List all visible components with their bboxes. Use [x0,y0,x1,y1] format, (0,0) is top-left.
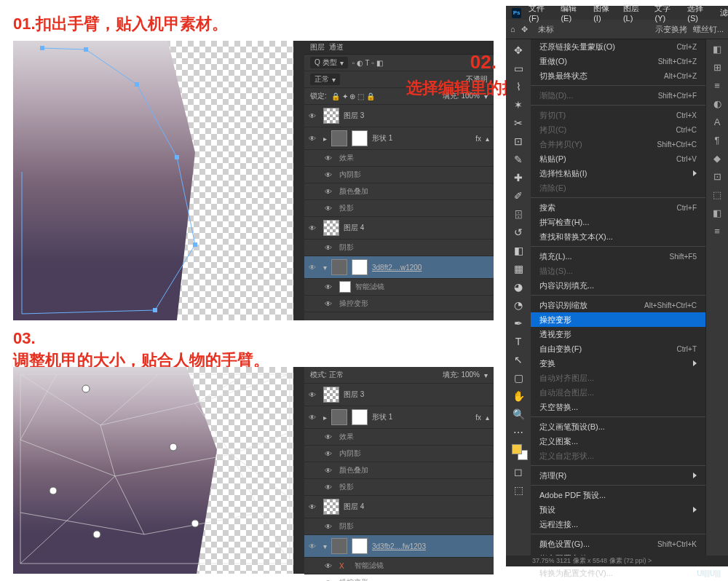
menu-item[interactable]: 内容识别缩放Alt+Shift+Ctrl+C [531,298,705,312]
menu-item[interactable]: 颜色设置(G)...Shift+Ctrl+K [531,537,705,551]
menu-item: 描边(S)... [531,264,705,278]
menu-item[interactable]: 选择性粘贴(I) [531,166,705,181]
layer-selected-b[interactable]: 👁▾3d3fb2....fw1203 [304,535,494,558]
home-icon[interactable]: ⌂ [510,25,515,33]
ps-logo-icon: Ps [512,8,521,18]
menu-item[interactable]: 天空替换... [531,400,705,414]
menu-item[interactable]: 清理(R) [531,468,705,483]
smart-filters-row[interactable]: 👁智能滤镜 [304,279,494,296]
history-brush-icon[interactable]: ↺ [510,224,526,240]
crop-tool-icon[interactable]: ✂ [510,115,526,131]
edit-dropdown-menu: 还原链接矢量蒙版(O)Ctrl+Z重做(O)Shift+Ctrl+Z切换最终状态… [531,39,705,564]
ps-topbar: ⌂ ✥ 未标 示变换拷 螺丝钉... [506,20,728,39]
menu-item[interactable]: 远程连接... [531,517,705,531]
layer-shape1b[interactable]: 👁▸形状 1fx ▴ [304,406,494,429]
panel-icon[interactable]: ≡ [714,226,720,237]
menu-item[interactable]: 预设 [531,502,705,517]
panel-icon[interactable]: ◐ [713,98,721,109]
panel-icon[interactable]: ¶ [715,135,720,146]
menu-item: 清除(E) [531,181,705,195]
layer-4b[interactable]: 👁图层 4 [304,496,494,518]
more-tools-icon[interactable]: ⋯ [510,424,526,440]
menu-item[interactable]: 搜索Ctrl+F [531,200,705,215]
doc-tab-1[interactable]: 未标 [538,24,554,35]
menu-layer[interactable]: 图层(L) [623,3,648,23]
menu-item[interactable]: 定义图案... [531,434,705,448]
eraser-tool-icon[interactable]: ◧ [510,242,526,258]
menu-item[interactable]: 查找和替换文本(X)... [531,229,705,244]
menu-item: 剪切(T)Ctrl+X [531,108,705,122]
move-tool-icon[interactable]: ✥ [521,25,528,34]
svg-point-8 [93,531,100,538]
menu-item[interactable]: 粘贴(P)Ctrl+V [531,151,705,166]
layer-3[interactable]: 👁图层 3 [304,105,494,127]
layer-3b[interactable]: 👁图层 3 [304,384,494,406]
menu-file[interactable]: 文件(F) [529,3,553,23]
doc-tab-2[interactable]: 示变换拷 [655,24,687,35]
menu-item[interactable]: 重做(O)Shift+Ctrl+Z [531,54,705,68]
menu-item[interactable]: 内容识别填充... [531,278,705,293]
canvas-area-03 [13,367,293,574]
panel-icon[interactable]: ◧ [713,208,721,218]
ruler-vertical [293,41,305,320]
wand-tool-icon[interactable]: ✶ [510,97,526,113]
menu-edit[interactable]: 编辑(E) [561,3,586,23]
menu-item[interactable]: 拼写检查(H)... [531,215,705,229]
menu-item[interactable]: 定义画笔预设(B)... [531,419,705,434]
move-tool-icon[interactable]: ✥ [510,42,526,58]
path-tool-icon[interactable]: ↖ [510,352,526,368]
zoom-tool-icon[interactable]: 🔍 [510,406,526,422]
ps-menubar[interactable]: Ps 文件(F) 编辑(E) 图像(I) 图层(L) 文字(Y) 选择(S) 滤 [506,6,728,20]
panel-icon[interactable]: ⊡ [713,171,721,182]
menu-item: 合并拷贝(Y)Shift+Ctrl+C [531,137,705,151]
menu-item: 定义自定形状... [531,448,705,463]
marquee-tool-icon[interactable]: ▭ [510,60,526,76]
frame-tool-icon[interactable]: ⊡ [510,133,526,149]
menu-item[interactable]: 变换 [531,356,705,371]
menu-item[interactable]: Adobe PDF 预设... [531,488,705,502]
menu-select[interactable]: 选择(S) [687,3,713,23]
hand-tool-icon[interactable]: ✋ [510,388,526,404]
menu-item[interactable]: 还原链接矢量蒙版(O)Ctrl+Z [531,39,705,54]
text-tool-icon[interactable]: T [510,333,526,349]
menu-item[interactable]: 切换最终状态Alt+Ctrl+Z [531,68,705,83]
menu-image[interactable]: 图像(I) [593,3,616,23]
gradient-tool-icon[interactable]: ▦ [510,261,526,277]
menu-ext[interactable]: 滤 [720,7,728,18]
menu-item[interactable]: 操控变形 [531,312,705,327]
panel-icon[interactable]: ⬚ [713,189,721,200]
menu-item[interactable]: 自由变换(F)Ctrl+T [531,341,705,356]
menu-type[interactable]: 文字(Y) [654,3,680,23]
panel-icon[interactable]: ⊞ [713,62,721,73]
menu-item[interactable]: 透视变形 [531,327,705,341]
pen-tool-icon[interactable]: ✒ [510,315,526,331]
stamp-tool-icon[interactable]: ⌹ [510,206,526,222]
layer-selected[interactable]: 👁▾3d8ft2....w1200 [304,256,494,279]
menu-item: 自动对齐图层... [531,371,705,385]
panel-icon[interactable]: ◆ [713,153,721,164]
menu-item[interactable]: 转换为配置文件(V)... [531,566,705,580]
lasso-tool-icon[interactable]: ⌇ [510,79,526,95]
heal-tool-icon[interactable]: ✚ [510,170,526,186]
svg-rect-3 [175,155,179,159]
color-swatches[interactable] [510,443,526,462]
options-bar-03[interactable]: 模式: 正常填充: 100% ▾ [304,367,494,384]
panel-icon[interactable]: ≡ [714,80,720,91]
panel-icon[interactable]: A [714,116,721,127]
dodge-tool-icon[interactable]: ◔ [510,297,526,313]
brush-tool-icon[interactable]: ✐ [510,188,526,204]
eyedropper-tool-icon[interactable]: ✎ [510,151,526,167]
quickmask-icon[interactable]: ◻ [510,464,526,480]
puppet-warp-filter[interactable]: 👁操控变形 [304,296,494,312]
menu-item: 渐隐(D)...Shift+Ctrl+F [531,88,705,103]
layer-filter-row[interactable]: Q 类型 ▾▫ ◐ T ▫ ◧ [304,55,494,71]
screenmode-icon[interactable]: ⬚ [510,482,526,498]
layer-4[interactable]: 👁图层 4 [304,217,494,240]
layer-shape1[interactable]: 👁▸形状 1fx ▴ [304,127,494,150]
shape-tool-icon[interactable]: ▢ [510,370,526,386]
svg-rect-4 [193,242,197,247]
blur-tool-icon[interactable]: ◕ [510,279,526,295]
menu-item[interactable]: 填充(L)...Shift+F5 [531,249,705,264]
doc-tab-3[interactable]: 螺丝钉... [693,24,724,35]
panel-icon[interactable]: ◧ [713,44,721,55]
